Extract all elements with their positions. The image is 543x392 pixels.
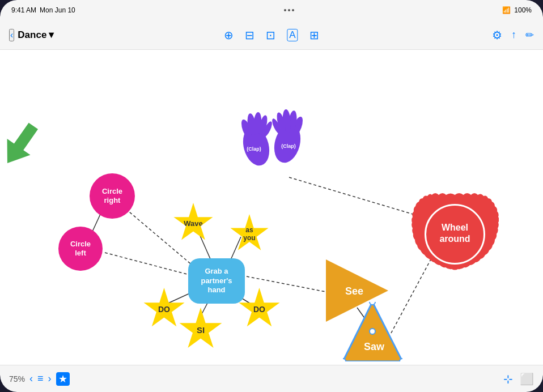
- svg-line-4: [105, 253, 196, 276]
- svg-point-23: [370, 329, 375, 334]
- canvas: Circle right Circle left Wave as you Gra…: [0, 50, 543, 365]
- share-icon[interactable]: ↑: [511, 29, 516, 41]
- svg-text:around: around: [439, 234, 470, 244]
- svg-text:See: See: [345, 286, 363, 297]
- svg-point-20: [370, 302, 375, 305]
- toolbar-right: ⚙ ↑ ✏: [492, 28, 534, 42]
- edit-icon[interactable]: ✏: [525, 29, 534, 41]
- circle-right-label: Circle right: [102, 187, 122, 204]
- toolbar: ‹ Dance ▾ ⊕ ⊟ ⊡ A ⊞ ⚙ ↑ ✏: [0, 20, 543, 50]
- list-button[interactable]: ≡: [37, 373, 44, 385]
- image-tool-icon[interactable]: ⊞: [309, 28, 319, 42]
- toolbar-left: ‹ Dance ▾: [9, 29, 54, 41]
- ipad-frame: 9:41 AM Mon Jun 10 📶 100% ‹ Dance ▾ ⊕ ⊟: [0, 0, 543, 392]
- saw-node[interactable]: Saw: [343, 302, 402, 361]
- svg-text:Saw: Saw: [364, 341, 385, 352]
- dot1: [284, 9, 286, 11]
- wheel-around-node[interactable]: Wheel around: [411, 190, 499, 278]
- status-bar: 9:41 AM Mon Jun 10 📶 100%: [0, 0, 543, 20]
- svg-marker-1: [0, 118, 45, 171]
- back-button[interactable]: ‹: [9, 29, 14, 41]
- clap-hands-container: (Clap) (Clap): [235, 106, 309, 174]
- circle-left-label: Circle left: [70, 240, 91, 257]
- wifi-icon: 📶: [502, 6, 511, 14]
- bottom-right-controls: ⊹ ⬜: [503, 372, 534, 386]
- settings-icon[interactable]: ⚙: [492, 28, 502, 42]
- wave-node[interactable]: Wave: [173, 203, 214, 244]
- battery-level: 100%: [514, 6, 532, 14]
- time: 9:41 AM: [11, 6, 36, 14]
- table-tool-icon[interactable]: ⊟: [245, 28, 254, 42]
- do1-node[interactable]: DO: [143, 288, 185, 330]
- fullscreen-icon[interactable]: ⬜: [520, 372, 534, 386]
- svg-line-11: [289, 177, 422, 217]
- status-left: 9:41 AM Mon Jun 10: [11, 6, 75, 14]
- date: Mon Jun 10: [40, 6, 75, 14]
- status-center: [284, 9, 294, 11]
- distribute-icon[interactable]: ⊹: [503, 372, 513, 386]
- as-you-label: as you: [243, 226, 255, 242]
- media-tool-icon[interactable]: ⊡: [266, 28, 275, 42]
- next-button[interactable]: ›: [48, 373, 52, 385]
- toolbar-center: ⊕ ⊟ ⊡ A ⊞: [224, 28, 319, 42]
- status-right: 📶 100%: [502, 6, 532, 14]
- center-node[interactable]: Grab a partner's hand: [188, 258, 245, 304]
- dot3: [292, 9, 294, 11]
- prev-button[interactable]: ‹: [29, 373, 33, 385]
- svg-text:(Clap): (Clap): [281, 143, 296, 149]
- si-node[interactable]: SI: [179, 308, 223, 352]
- do2-label: DO: [253, 305, 265, 314]
- svg-text:Wheel: Wheel: [442, 223, 468, 232]
- do1-label: DO: [158, 305, 170, 314]
- center-label: Grab a partner's hand: [201, 267, 232, 296]
- shape-tool-icon[interactable]: ⊕: [224, 28, 234, 42]
- nav-controls: ‹ ≡ › ★: [29, 372, 70, 386]
- circle-right-node[interactable]: Circle right: [90, 173, 135, 219]
- dot2: [288, 9, 290, 11]
- as-you-node[interactable]: as you: [230, 214, 269, 254]
- circle-left-node[interactable]: Circle left: [58, 227, 103, 271]
- bottom-bar: 75% ‹ ≡ › ★ ⊹ ⬜: [0, 365, 543, 392]
- back-chevron: ‹: [10, 30, 13, 40]
- svg-text:(Clap): (Clap): [247, 146, 261, 152]
- zoom-level: 75%: [9, 374, 25, 384]
- text-tool-icon[interactable]: A: [287, 29, 298, 41]
- document-title: Dance ▾: [18, 29, 54, 41]
- title-chevron: ▾: [49, 29, 54, 41]
- wave-label: Wave: [184, 219, 202, 228]
- si-label: SI: [197, 325, 205, 335]
- star-button[interactable]: ★: [56, 372, 70, 386]
